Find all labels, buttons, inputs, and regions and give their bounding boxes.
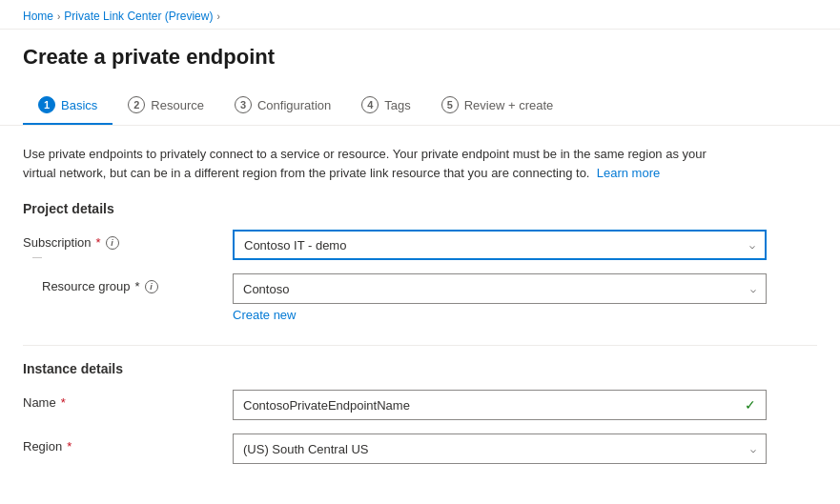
section-divider bbox=[23, 345, 817, 346]
subscription-required: * bbox=[96, 235, 101, 250]
main-content: Use private endpoints to privately conne… bbox=[0, 126, 840, 504]
tab-review-create[interactable]: 5 Review + create bbox=[426, 89, 569, 125]
tab-configuration-label: Configuration bbox=[257, 98, 331, 112]
breadcrumb-separator-2: › bbox=[216, 11, 219, 22]
region-label-area: Region * bbox=[23, 433, 233, 454]
page-header: Create a private endpoint bbox=[0, 30, 840, 77]
create-new-link[interactable]: Create new bbox=[233, 308, 296, 322]
name-control: ContosoPrivateEndpointName ✓ bbox=[233, 390, 767, 420]
description-text: Use private endpoints to privately conne… bbox=[23, 145, 728, 182]
name-required: * bbox=[61, 395, 66, 410]
resource-group-control: Contoso ⌵ Create new bbox=[233, 273, 767, 322]
region-required: * bbox=[67, 439, 72, 454]
name-value: ContosoPrivateEndpointName bbox=[243, 398, 410, 413]
region-select[interactable]: (US) South Central US ⌵ bbox=[233, 433, 767, 464]
name-label-area: Name * bbox=[23, 390, 233, 410]
resource-group-info-icon[interactable]: i bbox=[145, 280, 158, 293]
resource-group-label-area: Resource group * i bbox=[42, 273, 233, 293]
tab-resource-label: Resource bbox=[151, 98, 204, 112]
tab-configuration-number: 3 bbox=[235, 96, 252, 113]
tab-basics[interactable]: 1 Basics bbox=[23, 89, 113, 125]
project-details-section: Project details Subscription * i Contoso… bbox=[23, 201, 817, 322]
tab-tags[interactable]: 4 Tags bbox=[346, 89, 425, 125]
tabs-container: 1 Basics 2 Resource 3 Configuration 4 Ta… bbox=[0, 77, 840, 126]
breadcrumb-parent[interactable]: Private Link Center (Preview) bbox=[64, 10, 213, 23]
project-details-title: Project details bbox=[23, 201, 817, 216]
resource-group-label: Resource group bbox=[42, 279, 131, 293]
tab-tags-number: 4 bbox=[361, 96, 379, 113]
name-input[interactable]: ContosoPrivateEndpointName ✓ bbox=[233, 390, 767, 420]
tab-resource[interactable]: 2 Resource bbox=[113, 89, 219, 125]
resource-group-select[interactable]: Contoso ⌵ bbox=[233, 273, 767, 304]
region-chevron-icon: ⌵ bbox=[750, 444, 756, 454]
subscription-select[interactable]: Contoso IT - demo ⌵ bbox=[233, 230, 767, 260]
region-label: Region bbox=[23, 439, 62, 454]
instance-details-title: Instance details bbox=[23, 361, 817, 376]
breadcrumb-home[interactable]: Home bbox=[23, 10, 53, 23]
subscription-chevron-icon: ⌵ bbox=[749, 240, 755, 251]
breadcrumb-separator-1: › bbox=[57, 11, 60, 22]
tab-basics-number: 1 bbox=[38, 96, 55, 113]
instance-details-section: Instance details Name * ContosoPrivateEn… bbox=[23, 361, 817, 464]
resource-group-value: Contoso bbox=[243, 282, 289, 296]
subscription-row: Subscription * i Contoso IT - demo ⌵ bbox=[23, 230, 817, 260]
name-label: Name bbox=[23, 395, 56, 410]
region-row: Region * (US) South Central US ⌵ bbox=[23, 433, 817, 464]
tab-configuration[interactable]: 3 Configuration bbox=[219, 89, 346, 125]
subscription-value: Contoso IT - demo bbox=[244, 238, 346, 252]
breadcrumb: Home › Private Link Center (Preview) › bbox=[0, 0, 840, 30]
tab-review-label: Review + create bbox=[464, 98, 554, 112]
resource-group-chevron-icon: ⌵ bbox=[750, 284, 756, 294]
tab-resource-number: 2 bbox=[128, 96, 145, 113]
learn-more-link[interactable]: Learn more bbox=[597, 166, 660, 180]
tab-review-number: 5 bbox=[441, 96, 459, 113]
page-title: Create a private endpoint bbox=[23, 45, 817, 70]
region-control: (US) South Central US ⌵ bbox=[233, 433, 767, 464]
subscription-info-icon[interactable]: i bbox=[106, 236, 119, 250]
resource-group-required: * bbox=[135, 279, 140, 293]
subscription-label: Subscription bbox=[23, 235, 92, 250]
subscription-label-area: Subscription * i bbox=[23, 230, 233, 250]
region-value: (US) South Central US bbox=[243, 442, 369, 456]
tab-basics-label: Basics bbox=[61, 98, 97, 112]
resource-group-row: Resource group * i Contoso ⌵ Create new bbox=[23, 273, 817, 322]
subscription-control: Contoso IT - demo ⌵ bbox=[233, 230, 767, 260]
tab-tags-label: Tags bbox=[384, 98, 410, 112]
name-row: Name * ContosoPrivateEndpointName ✓ bbox=[23, 390, 817, 420]
name-checkmark-icon: ✓ bbox=[745, 397, 756, 413]
